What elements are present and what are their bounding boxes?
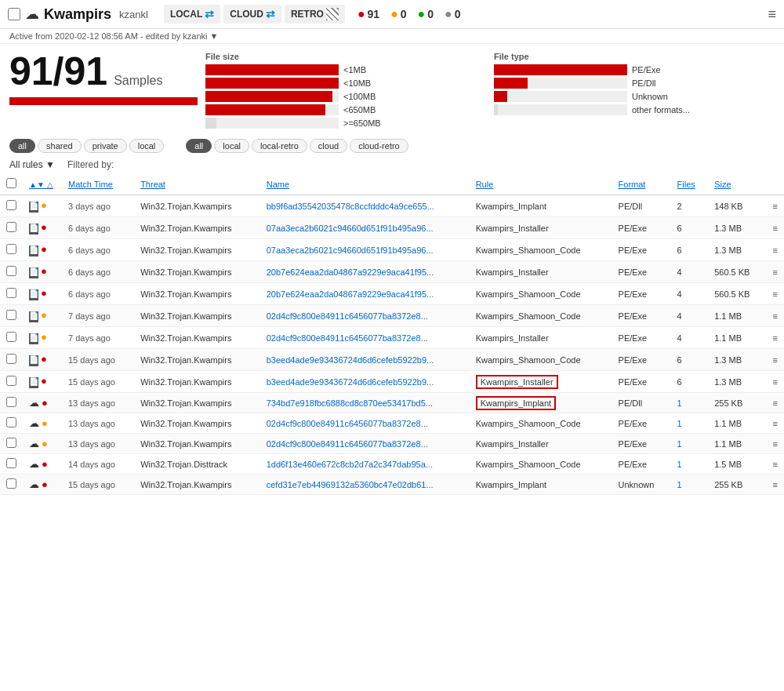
tab-shared[interactable]: shared bbox=[38, 139, 82, 153]
tab-local-retro[interactable]: local-retro bbox=[252, 139, 307, 153]
row-name[interactable]: 02d4cf9c800e84911c6456077ba8372e8... bbox=[260, 327, 470, 349]
row-select[interactable] bbox=[6, 332, 16, 342]
row-checkbox[interactable] bbox=[0, 475, 23, 495]
row-rule[interactable]: Kwampirs_Installer bbox=[470, 434, 612, 454]
row-rule[interactable]: Kwampirs_Implant bbox=[470, 475, 612, 495]
row-name[interactable]: 20b7e624eaa2da04867a9229e9aca41f95... bbox=[260, 261, 470, 283]
row-name[interactable]: 02d4cf9c800e84911c6456077ba8372e8... bbox=[260, 434, 470, 454]
row-name[interactable]: cefd31e7eb44969132a5360bc47e02db61... bbox=[260, 475, 470, 495]
col-name[interactable]: Name bbox=[260, 173, 470, 195]
row-name[interactable]: 07aa3eca2b6021c94660d651f91b495a96... bbox=[260, 239, 470, 261]
row-rule[interactable]: Kwampirs_Installer bbox=[470, 217, 612, 239]
tab-local-right[interactable]: local bbox=[214, 139, 249, 153]
all-rules-label[interactable]: All rules ▼ bbox=[9, 159, 55, 170]
row-menu[interactable]: ≡ bbox=[767, 393, 784, 413]
row-rule[interactable]: Kwampirs_Shamoon_Code bbox=[470, 413, 612, 434]
row-menu[interactable]: ≡ bbox=[767, 261, 784, 283]
col-threat[interactable]: Threat bbox=[134, 173, 260, 195]
row-select[interactable] bbox=[6, 222, 16, 232]
row-menu[interactable]: ≡ bbox=[767, 413, 784, 434]
row-select[interactable] bbox=[6, 310, 16, 320]
rule-cell[interactable]: Kwampirs_Installer bbox=[476, 267, 549, 277]
dropdown-arrow[interactable]: ▼ bbox=[210, 31, 219, 41]
rule-cell-highlight[interactable]: Kwampirs_Implant bbox=[476, 396, 556, 410]
tab-local[interactable]: LOCAL ⇄ bbox=[164, 5, 220, 24]
col-rule[interactable]: Rule bbox=[470, 173, 612, 195]
header-checkbox[interactable] bbox=[8, 8, 20, 20]
row-rule[interactable]: Kwampirs_Installer bbox=[470, 261, 612, 283]
rule-cell[interactable]: Kwampirs_Shamoon_Code bbox=[476, 419, 581, 428]
row-rule[interactable]: Kwampirs_Installer bbox=[470, 371, 612, 393]
tab-all-left[interactable]: all bbox=[9, 139, 35, 153]
row-menu[interactable]: ≡ bbox=[767, 239, 784, 261]
row-checkbox[interactable] bbox=[0, 413, 23, 434]
rule-cell[interactable]: Kwampirs_Installer bbox=[476, 224, 549, 233]
row-menu[interactable]: ≡ bbox=[767, 475, 784, 495]
row-checkbox[interactable] bbox=[0, 434, 23, 454]
row-menu[interactable]: ≡ bbox=[767, 349, 784, 371]
rule-cell[interactable]: Kwampirs_Shamoon_Code bbox=[476, 355, 581, 365]
row-name[interactable]: 20b7e624eaa2da04867a9229e9aca41f95... bbox=[260, 283, 470, 305]
rule-cell[interactable]: Kwampirs_Shamoon_Code bbox=[476, 460, 581, 469]
rule-cell[interactable]: Kwampirs_Shamoon_Code bbox=[476, 245, 581, 255]
row-rule[interactable]: Kwampirs_Shamoon_Code bbox=[470, 305, 612, 327]
row-select[interactable] bbox=[6, 200, 16, 210]
tab-retro[interactable]: RETRO bbox=[285, 5, 345, 24]
row-checkbox[interactable] bbox=[0, 195, 23, 217]
row-name[interactable]: 07aa3eca2b6021c94660d651f91b495a96... bbox=[260, 217, 470, 239]
rule-cell[interactable]: Kwampirs_Implant bbox=[476, 202, 546, 211]
menu-icon[interactable]: ≡ bbox=[768, 6, 776, 23]
row-select[interactable] bbox=[6, 354, 16, 364]
row-menu[interactable]: ≡ bbox=[767, 434, 784, 454]
row-menu[interactable]: ≡ bbox=[767, 195, 784, 217]
rule-cell-highlight[interactable]: Kwampirs_Installer bbox=[476, 375, 558, 389]
row-checkbox[interactable] bbox=[0, 371, 23, 393]
row-rule[interactable]: Kwampirs_Installer bbox=[470, 327, 612, 349]
row-rule[interactable]: Kwampirs_Shamoon_Code bbox=[470, 454, 612, 475]
row-rule[interactable]: Kwampirs_Implant bbox=[470, 393, 612, 413]
rule-cell[interactable]: Kwampirs_Shamoon_Code bbox=[476, 289, 581, 299]
row-select[interactable] bbox=[6, 244, 16, 254]
row-name[interactable]: 02d4cf9c800e84911c6456077ba8372e8... bbox=[260, 305, 470, 327]
row-select[interactable] bbox=[6, 417, 16, 427]
rule-cell[interactable]: Kwampirs_Installer bbox=[476, 439, 549, 449]
row-rule[interactable]: Kwampirs_Implant bbox=[470, 195, 612, 217]
row-name[interactable]: 734bd7e918fbc6888cd8c870ee53417bd5... bbox=[260, 393, 470, 413]
row-select[interactable] bbox=[6, 458, 16, 468]
row-menu[interactable]: ≡ bbox=[767, 217, 784, 239]
rule-cell[interactable]: Kwampirs_Installer bbox=[476, 333, 549, 343]
row-rule[interactable]: Kwampirs_Shamoon_Code bbox=[470, 239, 612, 261]
tab-all-right[interactable]: all bbox=[186, 139, 212, 153]
rule-cell[interactable]: Kwampirs_Shamoon_Code bbox=[476, 311, 581, 321]
row-rule[interactable]: Kwampirs_Shamoon_Code bbox=[470, 349, 612, 371]
row-select[interactable] bbox=[6, 438, 16, 448]
row-checkbox[interactable] bbox=[0, 454, 23, 475]
row-checkbox[interactable] bbox=[0, 327, 23, 349]
row-checkbox[interactable] bbox=[0, 393, 23, 413]
row-rule[interactable]: Kwampirs_Shamoon_Code bbox=[470, 283, 612, 305]
row-select[interactable] bbox=[6, 288, 16, 298]
row-name[interactable]: 02d4cf9c800e84911c6456077ba8372e8... bbox=[260, 413, 470, 434]
tab-cloud[interactable]: cloud bbox=[310, 139, 347, 153]
row-name[interactable]: b3eed4ade9e93436724d6d6cefeb5922b9... bbox=[260, 371, 470, 393]
row-menu[interactable]: ≡ bbox=[767, 454, 784, 475]
tab-private[interactable]: private bbox=[84, 139, 127, 153]
row-name[interactable]: bb9f6ad35542035478c8ccfdddc4a9ce655... bbox=[260, 195, 470, 217]
col-format[interactable]: Format bbox=[612, 173, 671, 195]
row-menu[interactable]: ≡ bbox=[767, 327, 784, 349]
col-size[interactable]: Size bbox=[708, 173, 766, 195]
row-menu[interactable]: ≡ bbox=[767, 305, 784, 327]
row-checkbox[interactable] bbox=[0, 283, 23, 305]
row-name[interactable]: 1dd6f13e460e672c8cb2d7a2c347dab95a... bbox=[260, 454, 470, 475]
col-match-time[interactable]: Match Time bbox=[62, 173, 134, 195]
row-checkbox[interactable] bbox=[0, 217, 23, 239]
row-checkbox[interactable] bbox=[0, 261, 23, 283]
tab-cloud[interactable]: CLOUD ⇄ bbox=[223, 5, 281, 24]
row-checkbox[interactable] bbox=[0, 349, 23, 371]
col-files[interactable]: Files bbox=[671, 173, 709, 195]
row-name[interactable]: b3eed4ade9e93436724d6d6cefeb5922b9... bbox=[260, 349, 470, 371]
row-select[interactable] bbox=[6, 266, 16, 276]
row-select[interactable] bbox=[6, 478, 16, 489]
rule-cell[interactable]: Kwampirs_Implant bbox=[476, 480, 546, 489]
row-checkbox[interactable] bbox=[0, 305, 23, 327]
